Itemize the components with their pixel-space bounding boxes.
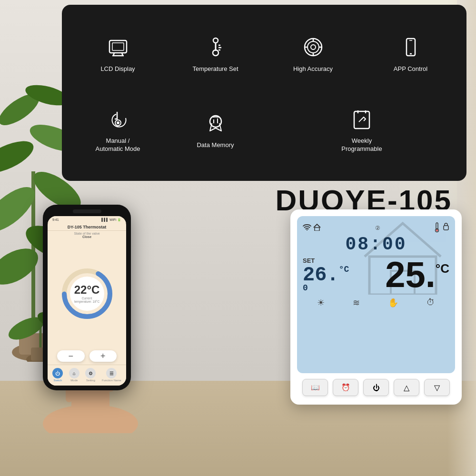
- power-button[interactable]: ⏻: [363, 379, 389, 396]
- temp-circle-wrapper: 22°C Current temperature: 18°C: [61, 268, 113, 320]
- setting-icon: ⚙: [85, 368, 96, 378]
- feature-lcd-display: LCD Display: [71, 19, 164, 90]
- high-accuracy-icon: [303, 37, 324, 60]
- data-memory-label: Data Memory: [197, 141, 234, 149]
- svg-point-59: [307, 229, 307, 230]
- set-decimal: 0: [303, 283, 349, 293]
- phone-statusbar: 9:41▌▌▌ WiFi 🔋: [48, 216, 126, 223]
- wifi-icon: [303, 224, 311, 232]
- sun-icon: ☀: [317, 298, 325, 308]
- weekly-programmable-icon: [351, 109, 372, 132]
- phone-nav-function[interactable]: ☰ Function Name: [102, 368, 121, 382]
- svg-point-21: [213, 38, 218, 43]
- feature-temperature-set: Temperature Set: [169, 19, 262, 90]
- thermostat-screen: ② 08:00 SET: [297, 216, 455, 373]
- screen-bottom-icons: ☀ ≋ ✋ ⏱: [303, 298, 449, 308]
- set-temp-value: 26.°C: [303, 265, 349, 285]
- down-button[interactable]: ▽: [424, 379, 450, 396]
- function-icon: ☰: [106, 368, 117, 378]
- phone-nav-switch[interactable]: ⏻ Switch: [52, 368, 63, 382]
- svg-line-46: [359, 121, 360, 122]
- phone-device: 9:41▌▌▌ WiFi 🔋 DY-105 Thermostat State o…: [43, 205, 131, 390]
- clock-icon: ⏱: [426, 298, 435, 308]
- phone-app-header: DY-105 Thermostat: [48, 223, 126, 231]
- thermostat-section: ② 08:00 SET: [290, 209, 466, 409]
- phone-nav-setting[interactable]: ⚙ Setting: [85, 368, 96, 382]
- phone-temp-area: 22°C Current temperature: 18°C: [48, 239, 126, 347]
- phone-nav-mode[interactable]: ⌂ Mode: [69, 368, 79, 382]
- app-control-icon: [400, 37, 421, 60]
- svg-rect-60: [315, 228, 319, 231]
- feature-app-control: APP Control: [364, 19, 457, 90]
- lcd-display-icon: [108, 37, 129, 60]
- phone-navbar: ⏻ Switch ⌂ Mode ⚙ Setting ☰ Function Nam…: [48, 365, 126, 386]
- feature-weekly-programmable: Weekly Programmable: [267, 95, 457, 167]
- app-control-label: APP Control: [394, 65, 427, 73]
- phone-status-state: State of the valve Close: [48, 231, 126, 239]
- lcd-display-label: LCD Display: [100, 65, 135, 73]
- phone-temp-value: 22°C Current temperature: 18°C: [74, 283, 100, 304]
- svg-rect-20: [112, 43, 124, 50]
- phone-section: 9:41▌▌▌ WiFi 🔋 DY-105 Thermostat State o…: [33, 205, 148, 433]
- set-temp-block: SET 26.°C 0: [303, 257, 349, 293]
- high-accuracy-label: High Accuracy: [293, 65, 333, 73]
- feature-high-accuracy: High Accuracy: [267, 19, 359, 90]
- book-button[interactable]: 📖: [302, 379, 328, 396]
- thermostat-device: ② 08:00 SET: [290, 209, 462, 405]
- schedule-button[interactable]: ⏰: [333, 379, 358, 396]
- heat-waves-icon: ≋: [353, 298, 360, 308]
- feature-data-memory: Data Memory: [169, 95, 262, 167]
- phone-minus-btn[interactable]: −: [57, 350, 85, 362]
- svg-point-29: [311, 45, 316, 50]
- manual-auto-icon: [108, 109, 129, 132]
- data-memory-icon: [205, 113, 226, 137]
- phone-screen: 9:41▌▌▌ WiFi 🔋 DY-105 Thermostat State o…: [48, 216, 126, 386]
- weekly-programmable-label: Weekly Programmable: [341, 137, 382, 153]
- mode-icon: ⌂: [69, 368, 79, 378]
- manual-auto-label: Manual / Automatic Mode: [96, 137, 140, 153]
- temperature-set-label: Temperature Set: [192, 65, 238, 73]
- phone-plus-btn[interactable]: +: [89, 350, 117, 362]
- thermostat-buttons: 📖 ⏰ ⏻ △ ▽: [297, 377, 455, 398]
- set-temp-value-row: 26.°C: [303, 265, 349, 285]
- svg-point-38: [117, 122, 119, 124]
- screen-left-icons: [303, 224, 321, 232]
- svg-rect-34: [407, 39, 415, 56]
- current-temp-block: 25. °C: [385, 257, 449, 293]
- svg-rect-42: [354, 111, 369, 129]
- svg-line-45: [360, 120, 361, 121]
- switch-icon: ⏻: [52, 368, 63, 378]
- phone-notch: [73, 209, 101, 213]
- home-icon: [313, 224, 321, 232]
- up-button[interactable]: △: [394, 379, 419, 396]
- current-temp-value: 25.: [385, 257, 436, 293]
- svg-point-28: [307, 41, 319, 53]
- hand-icon: ✋: [388, 298, 398, 308]
- temperature-set-icon: [205, 37, 226, 60]
- phone-controls: − +: [48, 347, 126, 365]
- current-temp-unit: °C: [436, 261, 449, 276]
- feature-manual-auto: Manual / Automatic Mode: [71, 95, 164, 167]
- features-panel: LCD Display Temperature Set High Accurac…: [62, 5, 466, 181]
- temp-main-area: SET 26.°C 0 25. °C: [303, 257, 449, 293]
